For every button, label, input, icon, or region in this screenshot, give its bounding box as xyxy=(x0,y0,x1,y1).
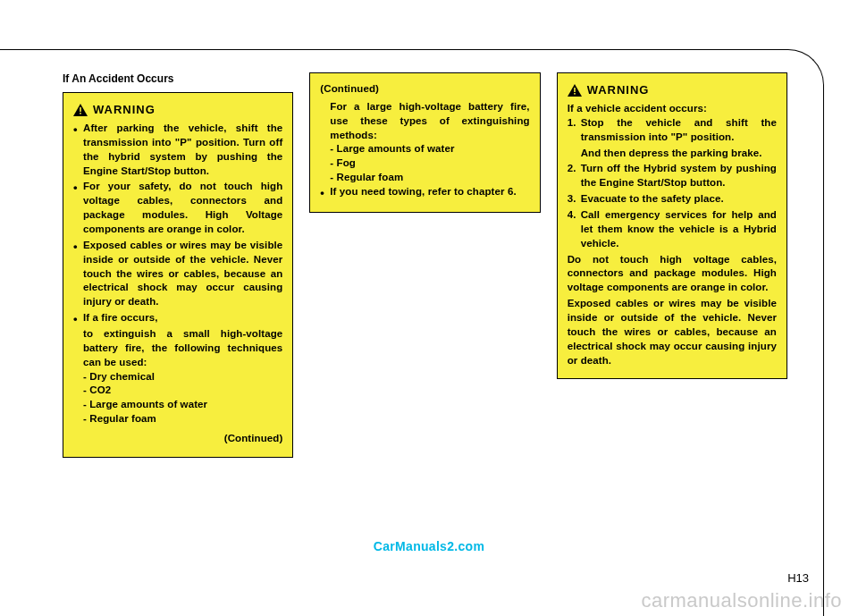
method-item: - CO2 xyxy=(73,384,282,398)
step-item: 4. Call emergency services for help and … xyxy=(568,208,777,251)
step-number: 1. xyxy=(568,116,576,131)
svg-rect-2 xyxy=(80,113,81,114)
page-frame: If An Accident Occurs WARNING After park… xyxy=(0,49,824,616)
step-number: 4. xyxy=(568,208,576,223)
continued-top-label: (Continued) xyxy=(320,82,529,97)
warning-triangle-icon xyxy=(73,104,88,116)
section-heading: If An Accident Occurs xyxy=(63,72,293,85)
warning-header: WARNING xyxy=(73,102,282,118)
step-text: Evacuate to the safety place. xyxy=(581,193,724,204)
method-item: - Regular foam xyxy=(73,412,282,426)
warning-box-1: WARNING After parking the vehicle, shift… xyxy=(63,92,293,458)
warning-bullet-list: After parking the vehicle, shift the tra… xyxy=(73,122,282,325)
method-item: - Fog xyxy=(320,156,529,171)
method-item: - Dry chemical xyxy=(73,370,282,384)
step-text: Turn off the Hybrid system by pushing th… xyxy=(581,163,777,188)
method-item: - Large amounts of water xyxy=(320,142,529,156)
warning-bullet: Exposed cables or wires may be visible i… xyxy=(73,239,282,309)
accident-intro: If a vehicle accident occurs: xyxy=(568,102,777,116)
method-item: - Regular foam xyxy=(320,171,529,185)
column-1: If An Accident Occurs WARNING After park… xyxy=(63,72,293,458)
warning-bullet: For your safety, do not touch high volta… xyxy=(73,180,282,236)
step-text: Stop the vehicle and shift the transmiss… xyxy=(581,117,777,142)
accident-steps: 1. Stop the vehicle and shift the transm… xyxy=(568,116,777,251)
towing-list: If you need towing, refer to chapter 6. xyxy=(320,185,529,199)
large-fire-intro: For a large high-voltage battery fire, u… xyxy=(320,100,529,143)
step-item: 1. Stop the vehicle and shift the transm… xyxy=(568,116,777,161)
towing-bullet: If you need towing, refer to chapter 6. xyxy=(320,185,529,199)
caution-paragraph: Exposed cables or wires may be visible i… xyxy=(568,297,777,367)
watermark-carmanualsonline: carmanualsonline.info xyxy=(641,589,842,612)
step-number: 3. xyxy=(568,192,576,207)
warning-box-3: WARNING If a vehicle accident occurs: 1.… xyxy=(557,72,787,379)
svg-rect-4 xyxy=(574,88,576,92)
step-number: 2. xyxy=(568,162,576,176)
step-extra: And then depress the parking brake. xyxy=(581,147,777,161)
warning-title: WARNING xyxy=(587,82,650,98)
fire-extinguish-text: to extinguish a small high-voltage batte… xyxy=(73,327,282,370)
step-item: 3. Evacuate to the safety place. xyxy=(568,192,777,207)
column-3: WARNING If a vehicle accident occurs: 1.… xyxy=(557,72,787,458)
warning-triangle-icon xyxy=(568,84,582,97)
continued-label: (Continued) xyxy=(73,432,282,446)
page-number: H13 xyxy=(787,571,809,585)
columns-container: If An Accident Occurs WARNING After park… xyxy=(63,72,787,458)
svg-rect-5 xyxy=(574,93,576,95)
warning-title: WARNING xyxy=(93,102,156,118)
svg-rect-1 xyxy=(80,107,81,112)
warning-box-2: (Continued) For a large high-voltage bat… xyxy=(309,72,540,213)
column-2: (Continued) For a large high-voltage bat… xyxy=(309,72,540,458)
method-item: - Large amounts of water xyxy=(73,398,282,412)
warning-bullet: After parking the vehicle, shift the tra… xyxy=(73,122,282,178)
step-text: Call emergency services for help and let… xyxy=(581,209,777,249)
caution-paragraph: Do not touch high voltage cables, connec… xyxy=(568,253,777,296)
warning-header: WARNING xyxy=(568,82,777,98)
watermark-carmanuals2: CarManuals2.com xyxy=(374,539,484,553)
warning-bullet: If a fire occurs, xyxy=(73,311,282,325)
step-item: 2. Turn off the Hybrid system by pushing… xyxy=(568,162,777,190)
